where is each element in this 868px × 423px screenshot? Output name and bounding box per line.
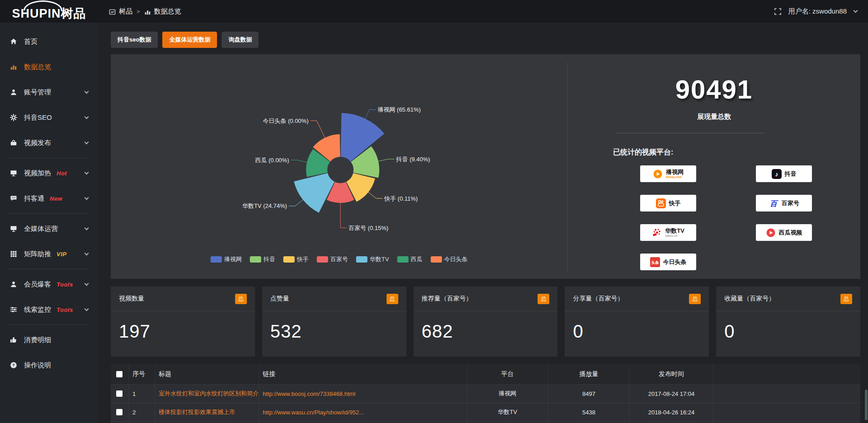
- stat-card-title: 推荐量（百家号）: [422, 295, 472, 303]
- select-all-checkbox[interactable]: [116, 371, 123, 377]
- monitor-icon: [10, 169, 18, 177]
- legend-label: 快手: [297, 255, 309, 263]
- stat-cards: 视频数量总197点赞量总532推荐量（百家号）总682分享量（百家号）总0收藏量…: [111, 287, 860, 357]
- menu-badge: New: [50, 195, 62, 202]
- sidebar-item-label: 消费明细: [24, 336, 51, 344]
- stat-card-header: 分享量（百家号）总: [565, 287, 709, 311]
- video-title-link[interactable]: 楼体投影灯投影效果震撼上市: [159, 408, 235, 416]
- video-url-link[interactable]: http://www.boosj.com/7338468.html: [263, 390, 355, 397]
- stat-card-value: 0: [716, 311, 860, 342]
- plays-cell: 8497: [548, 385, 630, 403]
- gear-icon: [10, 114, 18, 122]
- menu-badge: Tools: [57, 306, 73, 313]
- platform-badge-baijia: 百百家号: [756, 195, 812, 212]
- home-icon: [10, 38, 18, 46]
- legend-item[interactable]: 华数TV: [356, 255, 389, 263]
- summary-panel: 90491 展现量总数 已统计的视频平台: 播视网boosj.com快手华数TV…: [568, 54, 860, 279]
- menu-badge: Tools: [57, 281, 73, 288]
- menu-badge: Hot: [57, 170, 67, 177]
- table-header-5: 发布时间: [630, 364, 713, 384]
- total-badge[interactable]: 总: [689, 294, 701, 304]
- pie-slice-4[interactable]: [294, 173, 335, 213]
- table-header-checkbox: [111, 364, 129, 384]
- chevron-down-icon: [85, 89, 89, 94]
- legend-label: 播视网: [224, 255, 242, 263]
- row-index: 2: [129, 403, 155, 421]
- sidebar-item-video-heating[interactable]: 视频加热Hot: [0, 160, 98, 186]
- video-url-cell: http://www.boosj.com/7338468.html: [259, 385, 467, 403]
- sliders-icon: [10, 306, 18, 314]
- total-badge[interactable]: 总: [538, 294, 549, 304]
- sidebar-item-doukoutong[interactable]: 抖客通New: [0, 186, 98, 211]
- video-title-link[interactable]: 室外水纹灯和室内水纹灯的区别和简介: [159, 390, 259, 398]
- platform-subtext: boosj.com: [666, 175, 684, 179]
- app-logo[interactable]: SHUPIN树品: [0, 0, 98, 23]
- platform-badge-kuaishou: 快手: [640, 195, 696, 212]
- fullscreen-icon[interactable]: [774, 8, 781, 15]
- sidebar-item-omni-media[interactable]: 全媒体运营: [0, 216, 98, 241]
- legend-item[interactable]: 今日头条: [430, 255, 467, 263]
- legend-item[interactable]: 播视网: [211, 255, 242, 263]
- wasu-logo-icon: [652, 228, 662, 238]
- video-url-link[interactable]: http://www.wasu.cn/Play/show/id/952...: [263, 409, 364, 416]
- sidebar-item-douyin-seo[interactable]: 抖音SEO: [0, 105, 98, 130]
- user-chevron-down-icon[interactable]: [854, 9, 858, 13]
- legend-swatch: [317, 256, 328, 263]
- breadcrumb-separator: >: [137, 8, 140, 15]
- breadcrumb-current-icon: [144, 9, 151, 15]
- chevron-down-icon: [85, 115, 89, 119]
- row-checkbox[interactable]: [116, 409, 123, 415]
- total-badge[interactable]: 总: [840, 294, 852, 304]
- platform-name: 今日头条: [663, 259, 687, 265]
- sidebar-item-label: 视频发布: [24, 139, 51, 147]
- sidebar-item-operation-guide[interactable]: ?操作说明: [0, 352, 98, 378]
- sidebar-item-home[interactable]: 首页: [0, 29, 98, 54]
- sidebar-item-member-baoke[interactable]: 会员爆客Tools: [0, 272, 98, 297]
- publish-time-cell: 2018-04-26 16:24: [630, 403, 713, 421]
- legend-item[interactable]: 抖音: [250, 255, 275, 263]
- total-badge[interactable]: 总: [387, 294, 398, 304]
- sidebar-item-data-overview[interactable]: 数据总览: [0, 54, 98, 80]
- platform-grid: 播视网boosj.com快手华数TVwasu.cn头条今日头条 ♪♪♪抖音百百家…: [640, 165, 860, 270]
- platform-badge-boosj: 播视网boosj.com: [640, 165, 696, 182]
- sidebar-item-clue-monitor[interactable]: 线索监控Tools: [0, 297, 98, 322]
- sidebar-item-account-management[interactable]: 账号管理: [0, 80, 98, 105]
- table-header-row: 序号标题链接平台播放量发布时间: [111, 364, 860, 385]
- row-checkbox[interactable]: [116, 390, 123, 397]
- tab-douyin-seo-data[interactable]: 抖音seo数据: [111, 32, 158, 48]
- legend-item[interactable]: 百家号: [317, 255, 348, 263]
- stat-card-value: 197: [111, 311, 255, 342]
- platform-name: 西瓜视频: [779, 230, 802, 236]
- scrollbar-thumb[interactable]: [865, 390, 868, 420]
- stat-card-header: 推荐量（百家号）总: [414, 287, 558, 311]
- legend-item[interactable]: 快手: [283, 255, 309, 263]
- sidebar-item-label: 抖音SEO: [24, 113, 52, 122]
- breadcrumb-root-icon: [109, 9, 116, 15]
- chevron-down-icon: [85, 140, 89, 145]
- plays-cell: 5438: [548, 403, 630, 421]
- legend-item[interactable]: 西瓜: [397, 255, 422, 263]
- row-index: 1: [129, 385, 155, 403]
- topbar-right: 用户名: zswodun88: [774, 7, 868, 16]
- summary-divider: [615, 133, 764, 133]
- sidebar-item-video-publish[interactable]: 视频发布: [0, 130, 98, 155]
- pie-label-line: [291, 160, 307, 162]
- total-badge[interactable]: 总: [235, 294, 247, 304]
- sidebar-item-matrix-boost[interactable]: 矩阵助推VIP: [0, 241, 98, 267]
- platform-name: 抖音: [785, 171, 797, 177]
- legend-swatch: [283, 256, 295, 263]
- pie-label-line: [311, 121, 325, 138]
- tab-inquiry-data[interactable]: 询盘数据: [222, 32, 259, 48]
- legend-swatch: [250, 256, 261, 263]
- sidebar-item-label: 数据总览: [24, 63, 51, 71]
- breadcrumb-root[interactable]: 树品: [119, 7, 132, 16]
- username[interactable]: 用户名: zswodun88: [788, 7, 847, 16]
- tab-omni-media-data[interactable]: 全媒体运营数据: [162, 32, 217, 48]
- platform-cell: 华数TV: [467, 403, 548, 421]
- table-header-1: 标题: [155, 364, 259, 384]
- publish-time-cell: 2017-08-24 17:04: [630, 385, 713, 403]
- sidebar-menu: 首页数据总览账号管理抖音SEO视频发布视频加热Hot抖客通New全媒体运营矩阵助…: [0, 29, 98, 378]
- table-row-2: 2楼体投影灯投影效果震撼上市http://www.wasu.cn/Play/sh…: [111, 403, 860, 422]
- sidebar-item-consumption-detail[interactable]: 消费明细: [0, 327, 98, 352]
- grid-icon: [10, 250, 18, 258]
